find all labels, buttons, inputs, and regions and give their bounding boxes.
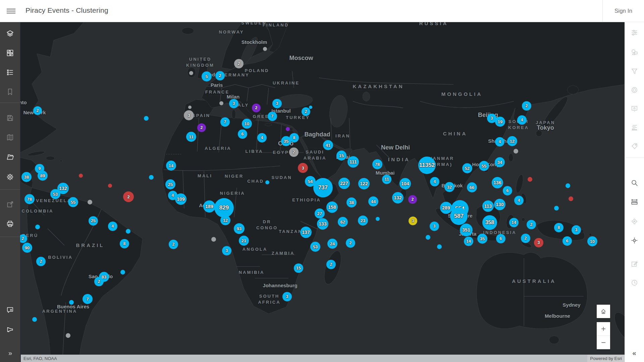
cluster-marker[interactable]: 130 bbox=[494, 199, 505, 210]
cluster-marker[interactable]: 227 bbox=[338, 178, 350, 189]
cluster-marker[interactable]: 289 bbox=[440, 202, 452, 214]
cluster-marker[interactable]: 41 bbox=[323, 140, 333, 150]
event-point[interactable] bbox=[149, 175, 154, 180]
cluster-marker[interactable]: 19 bbox=[495, 117, 505, 127]
cluster-marker[interactable]: 2 bbox=[215, 71, 225, 80]
cluster-marker[interactable]: 2 bbox=[123, 191, 134, 202]
cluster-marker[interactable]: 189 bbox=[203, 200, 215, 213]
cluster-marker[interactable]: 2 bbox=[521, 234, 530, 243]
cluster-marker[interactable]: 93 bbox=[234, 223, 245, 234]
edit-button[interactable] bbox=[625, 256, 644, 272]
cluster-marker[interactable]: 35 bbox=[281, 136, 291, 146]
event-point[interactable] bbox=[309, 106, 312, 109]
cluster-marker[interactable]: 7 bbox=[268, 112, 277, 121]
time-button[interactable] bbox=[625, 275, 644, 291]
cluster-marker[interactable]: 5 bbox=[202, 71, 212, 81]
cluster-marker[interactable]: 11 bbox=[382, 175, 391, 184]
labels-button[interactable] bbox=[625, 138, 644, 154]
cluster-marker[interactable]: 55 bbox=[479, 161, 489, 171]
event-point[interactable] bbox=[219, 101, 223, 105]
cluster-marker[interactable]: 35 bbox=[477, 234, 487, 244]
cluster-marker[interactable]: 2 bbox=[289, 147, 299, 157]
cluster-marker[interactable]: 3 bbox=[534, 238, 543, 247]
event-point[interactable] bbox=[189, 71, 193, 75]
cluster-marker[interactable]: 2 bbox=[522, 101, 531, 111]
cluster-marker[interactable]: 137 bbox=[300, 227, 312, 238]
cluster-marker[interactable]: 44 bbox=[368, 196, 378, 206]
home-button[interactable] bbox=[597, 305, 610, 318]
event-point[interactable] bbox=[144, 116, 149, 121]
cluster-marker[interactable]: 351 bbox=[460, 224, 473, 236]
new-map-button[interactable] bbox=[0, 129, 20, 145]
share-button[interactable] bbox=[0, 196, 20, 213]
cluster-marker[interactable]: 109 bbox=[175, 193, 186, 205]
cluster-marker[interactable]: 21 bbox=[239, 236, 249, 246]
map-canvas[interactable]: RUSSIASWEDENNORWAYFINLANDUNITED KINGDOMP… bbox=[20, 22, 625, 362]
cluster-marker[interactable]: 3 bbox=[282, 292, 292, 301]
cluster-marker[interactable]: 6 bbox=[503, 186, 512, 195]
collapse-panel-button[interactable]: « bbox=[625, 348, 644, 358]
cluster-marker[interactable]: 3 bbox=[409, 217, 417, 225]
event-point[interactable] bbox=[514, 149, 518, 154]
cluster-marker[interactable]: 2 bbox=[346, 238, 355, 248]
cluster-marker[interactable]: 158 bbox=[326, 201, 338, 213]
cluster-marker[interactable]: 6 bbox=[562, 236, 572, 246]
zoom-in-button[interactable]: + bbox=[597, 322, 610, 336]
cluster-marker[interactable]: 737 bbox=[313, 178, 333, 197]
cluster-marker[interactable]: 15 bbox=[294, 263, 303, 273]
event-point[interactable] bbox=[35, 225, 40, 229]
cluster-marker[interactable]: 38 bbox=[346, 197, 357, 207]
search-button[interactable] bbox=[625, 175, 644, 191]
sign-in-button[interactable]: Sign In bbox=[602, 0, 644, 22]
event-point[interactable] bbox=[376, 217, 380, 221]
cluster-marker[interactable]: 4 bbox=[514, 196, 524, 205]
event-point[interactable] bbox=[108, 184, 112, 188]
event-point[interactable] bbox=[566, 183, 570, 188]
directions-button[interactable] bbox=[625, 213, 644, 229]
cluster-marker[interactable]: 34 bbox=[495, 157, 505, 167]
event-point[interactable] bbox=[66, 333, 70, 338]
cluster-marker[interactable]: 15 bbox=[336, 150, 346, 161]
cluster-marker[interactable]: 10 bbox=[587, 236, 597, 246]
event-point[interactable] bbox=[263, 47, 267, 51]
cluster-marker[interactable]: 23 bbox=[358, 216, 368, 226]
layer-properties-button[interactable] bbox=[625, 24, 644, 41]
event-point[interactable] bbox=[126, 229, 130, 234]
cluster-marker[interactable]: 8 bbox=[554, 223, 564, 232]
cluster-marker[interactable]: 2 bbox=[94, 277, 104, 286]
cluster-marker[interactable]: 11352 bbox=[418, 157, 436, 174]
basemap-button[interactable] bbox=[0, 45, 20, 61]
cluster-marker[interactable]: 3 bbox=[298, 163, 308, 173]
cluster-marker[interactable]: 66 bbox=[467, 182, 477, 192]
zoom-out-button[interactable]: − bbox=[597, 336, 610, 349]
cluster-marker[interactable]: 55 bbox=[68, 197, 78, 207]
cluster-marker[interactable]: 8 bbox=[120, 239, 129, 248]
cluster-marker[interactable]: 27 bbox=[315, 208, 325, 219]
cluster-marker[interactable]: 2 bbox=[169, 240, 178, 249]
fields-button[interactable] bbox=[625, 119, 644, 135]
cluster-marker[interactable]: 6 bbox=[238, 129, 247, 139]
cluster-marker[interactable]: 111 bbox=[347, 156, 359, 168]
cluster-marker[interactable]: 2 bbox=[527, 220, 536, 229]
sketch-button[interactable] bbox=[625, 44, 644, 60]
expand-panel-button[interactable]: » bbox=[0, 345, 20, 361]
cluster-marker[interactable]: 6 bbox=[496, 234, 505, 243]
cluster-marker[interactable]: 136 bbox=[492, 177, 503, 188]
legend-button[interactable] bbox=[0, 64, 20, 80]
save-button[interactable] bbox=[0, 110, 20, 126]
effects-button[interactable] bbox=[625, 82, 644, 98]
pop-ups-button[interactable] bbox=[625, 101, 644, 117]
cluster-marker[interactable]: 2 bbox=[326, 260, 336, 269]
cluster-marker[interactable]: 7 bbox=[220, 117, 230, 127]
cluster-marker[interactable]: 132 bbox=[392, 192, 404, 203]
print-button[interactable] bbox=[0, 216, 20, 232]
cluster-marker[interactable]: 62 bbox=[338, 217, 348, 227]
cluster-marker[interactable]: 53 bbox=[310, 242, 320, 252]
event-point[interactable] bbox=[437, 244, 442, 249]
cluster-marker[interactable]: 7 bbox=[83, 294, 93, 304]
locate-button[interactable] bbox=[625, 232, 644, 248]
feedback-button[interactable] bbox=[0, 321, 20, 338]
cluster-marker[interactable]: 10 bbox=[242, 119, 252, 129]
event-point[interactable] bbox=[528, 177, 532, 182]
hamburger-menu-icon[interactable] bbox=[7, 7, 16, 15]
